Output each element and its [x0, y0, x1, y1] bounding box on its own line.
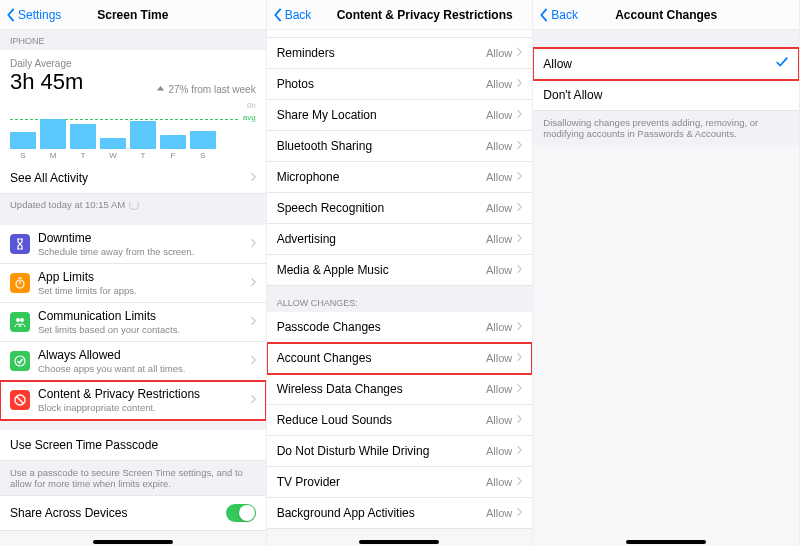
chevron-right-icon — [516, 320, 522, 334]
restriction-row-passcode-changes[interactable]: Passcode ChangesAllow — [267, 312, 533, 343]
home-indicator — [626, 540, 706, 544]
row-value: Allow — [486, 352, 512, 364]
restriction-row-media-apple-music[interactable]: Media & Apple MusicAllow — [267, 255, 533, 286]
usage-chart: 8h avg SMTWTFS — [10, 101, 256, 159]
restriction-row-share-my-location[interactable]: Share My LocationAllow — [267, 100, 533, 131]
day-label: F — [160, 151, 186, 160]
restriction-row-account-changes[interactable]: Account ChangesAllow — [267, 343, 533, 374]
arrow-up-icon — [156, 85, 165, 94]
chevron-right-icon — [516, 382, 522, 396]
settings-row-content-privacy-restrictions[interactable]: Content & Privacy RestrictionsBlock inap… — [0, 381, 266, 420]
row-value: Allow — [486, 171, 512, 183]
restriction-row-speech-recognition[interactable]: Speech RecognitionAllow — [267, 193, 533, 224]
row-title: App Limits — [38, 270, 250, 284]
svg-point-2 — [20, 318, 24, 322]
chevron-left-icon — [539, 8, 549, 22]
row-value: Allow — [486, 264, 512, 276]
checkmark-icon — [775, 56, 789, 71]
device-header: IPHONE — [0, 30, 266, 50]
option-allow[interactable]: Allow — [533, 48, 799, 80]
chevron-right-icon — [250, 315, 256, 329]
settings-row-communication-limits[interactable]: Communication LimitsSet limits based on … — [0, 303, 266, 342]
chevron-right-icon — [516, 77, 522, 91]
restriction-row-wireless-data-changes[interactable]: Wireless Data ChangesAllow — [267, 374, 533, 405]
navbar: Settings Screen Time — [0, 0, 266, 30]
day-label: W — [100, 151, 126, 160]
home-indicator — [359, 540, 439, 544]
chevron-right-icon — [250, 393, 256, 407]
row-label: Photos — [277, 77, 486, 91]
row-label: Account Changes — [277, 351, 486, 365]
chart-bar — [10, 132, 36, 149]
row-value: Allow — [486, 78, 512, 90]
chevron-right-icon — [516, 444, 522, 458]
chevron-right-icon — [250, 237, 256, 251]
settings-row-downtime[interactable]: DowntimeSchedule time away from the scre… — [0, 225, 266, 264]
row-value: Allow — [486, 507, 512, 519]
settings-row-always-allowed[interactable]: Always AllowedChoose apps you want at al… — [0, 342, 266, 381]
row-title: Communication Limits — [38, 309, 250, 323]
row-label: Media & Apple Music — [277, 263, 486, 277]
day-label: S — [10, 151, 36, 160]
chevron-right-icon — [516, 413, 522, 427]
option-don-t-allow[interactable]: Don't Allow — [533, 80, 799, 111]
people-icon — [10, 312, 30, 332]
restriction-row-do-not-disturb-while-driving[interactable]: Do Not Disturb While DrivingAllow — [267, 436, 533, 467]
restriction-row-reduce-loud-sounds[interactable]: Reduce Loud SoundsAllow — [267, 405, 533, 436]
day-label: M — [40, 151, 66, 160]
row-label: Share My Location — [277, 108, 486, 122]
row-label: Background App Activities — [277, 506, 486, 520]
row-subtitle: Set limits based on your contacts. — [38, 324, 250, 335]
toggle-switch[interactable] — [226, 504, 256, 522]
chart-bar — [130, 121, 156, 149]
row-label: Microphone — [277, 170, 486, 184]
timer-icon — [10, 273, 30, 293]
row-label: Reminders — [277, 46, 486, 60]
back-label: Settings — [18, 8, 61, 22]
allow-changes-header: ALLOW CHANGES: — [267, 286, 533, 312]
row-value: Allow — [486, 47, 512, 59]
day-label: T — [130, 151, 156, 160]
row-value: Allow — [486, 445, 512, 457]
restriction-row-photos[interactable]: PhotosAllow — [267, 69, 533, 100]
row-label: Bluetooth Sharing — [277, 139, 486, 153]
restriction-row-reminders[interactable]: RemindersAllow — [267, 38, 533, 69]
row-title: Downtime — [38, 231, 250, 245]
option-label: Allow — [543, 57, 775, 71]
back-button[interactable]: Settings — [6, 8, 61, 22]
svg-point-1 — [16, 318, 20, 322]
chevron-right-icon — [516, 263, 522, 277]
share-label: Share Across Devices — [10, 506, 226, 520]
back-button[interactable]: Back — [273, 8, 312, 22]
restriction-row-bluetooth-sharing[interactable]: Bluetooth SharingAllow — [267, 131, 533, 162]
home-indicator — [93, 540, 173, 544]
daily-average-value: 3h 45m — [10, 69, 83, 95]
back-button[interactable]: Back — [539, 8, 578, 22]
settings-row-app-limits[interactable]: App LimitsSet time limits for apps. — [0, 264, 266, 303]
row-label: Advertising — [277, 232, 486, 246]
chevron-right-icon — [516, 201, 522, 215]
check-icon — [10, 351, 30, 371]
row-subtitle: Set time limits for apps. — [38, 285, 250, 296]
chart-bar — [100, 138, 126, 149]
option-label: Don't Allow — [543, 88, 789, 102]
use-passcode-row[interactable]: Use Screen Time Passcode — [0, 430, 266, 461]
restriction-row-microphone[interactable]: MicrophoneAllow — [267, 162, 533, 193]
chevron-right-icon — [250, 171, 256, 185]
updated-label: Updated today at 10:15 AM — [10, 199, 125, 210]
navbar: Back Account Changes — [533, 0, 799, 30]
row-title: Always Allowed — [38, 348, 250, 362]
row-label: TV Provider — [277, 475, 486, 489]
chevron-right-icon — [516, 108, 522, 122]
see-all-activity-row[interactable]: See All Activity — [0, 163, 266, 194]
restriction-row-advertising[interactable]: AdvertisingAllow — [267, 224, 533, 255]
restriction-row-background-app-activities[interactable]: Background App ActivitiesAllow — [267, 498, 533, 529]
row-label: Passcode Changes — [277, 320, 486, 334]
chevron-right-icon — [516, 351, 522, 365]
share-devices-row[interactable]: Share Across Devices — [0, 495, 266, 531]
chevron-left-icon — [273, 8, 283, 22]
row-subtitle: Block inappropriate content. — [38, 402, 250, 413]
row-label: Speech Recognition — [277, 201, 486, 215]
restriction-row-tv-provider[interactable]: TV ProviderAllow — [267, 467, 533, 498]
chart-bar — [40, 119, 66, 149]
